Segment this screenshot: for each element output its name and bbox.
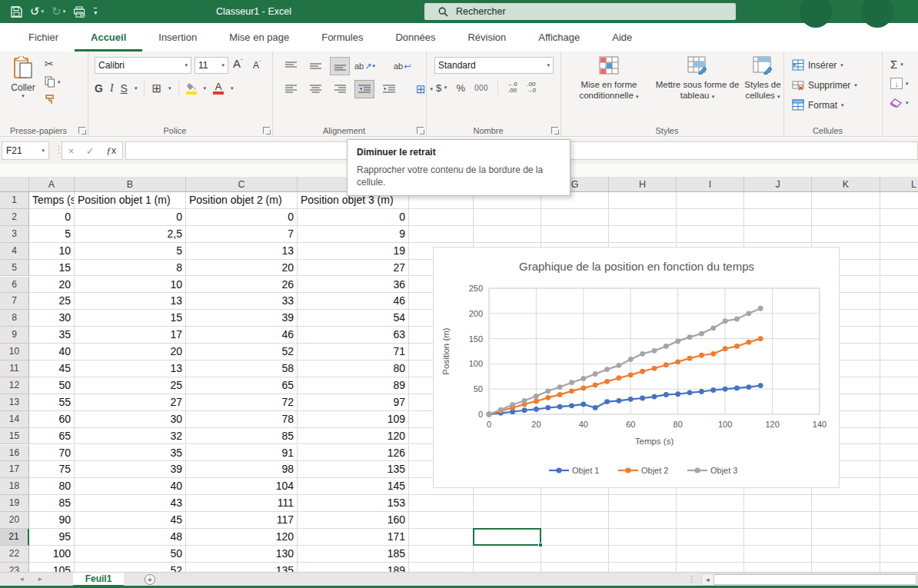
- cell-H21[interactable]: [609, 529, 677, 546]
- format-as-table-button[interactable]: Mettre sous forme de tableau ▾: [652, 56, 743, 102]
- cell-D18[interactable]: 145: [298, 478, 409, 495]
- cell-L14[interactable]: [880, 411, 918, 428]
- cell-A19[interactable]: 85: [29, 495, 75, 512]
- search-box[interactable]: Rechercher: [424, 3, 736, 20]
- cell-K20[interactable]: [812, 512, 880, 529]
- row-header-7[interactable]: 7: [0, 293, 29, 310]
- cell-H23[interactable]: [609, 563, 677, 572]
- cell-A12[interactable]: 50: [29, 377, 75, 394]
- column-header-J[interactable]: J: [744, 177, 812, 192]
- row-header-4[interactable]: 4: [0, 243, 29, 260]
- cell-C8[interactable]: 39: [186, 310, 298, 327]
- cell-L5[interactable]: [880, 260, 918, 277]
- cell-L8[interactable]: [880, 310, 918, 327]
- fill-color-button[interactable]: [186, 82, 197, 95]
- row-header-17[interactable]: 17: [0, 461, 29, 478]
- cell-J22[interactable]: [744, 546, 812, 563]
- conditional-formatting-button[interactable]: Mise en forme conditionnelle ▾: [566, 56, 652, 102]
- cell-L9[interactable]: [880, 327, 918, 344]
- percent-button[interactable]: %: [456, 82, 465, 94]
- cell-L4[interactable]: [880, 243, 918, 260]
- cell-K1[interactable]: [812, 192, 880, 209]
- cell-B13[interactable]: 27: [75, 394, 186, 411]
- cell-D20[interactable]: 160: [298, 512, 409, 529]
- cell-A13[interactable]: 55: [29, 394, 75, 411]
- tab-formules[interactable]: Formules: [305, 23, 379, 51]
- row-header-8[interactable]: 8: [0, 310, 29, 327]
- undo-button[interactable]: ↺▾: [30, 5, 44, 18]
- cell-G23[interactable]: [541, 563, 609, 572]
- column-header-K[interactable]: K: [812, 177, 880, 192]
- cell-D12[interactable]: 89: [298, 377, 409, 394]
- cell-A2[interactable]: 0: [29, 209, 75, 226]
- cell-L7[interactable]: [880, 293, 918, 310]
- row-header-3[interactable]: 3: [0, 226, 29, 243]
- bold-button[interactable]: G: [95, 82, 103, 95]
- cell-I3[interactable]: [677, 226, 744, 243]
- cell-D4[interactable]: 19: [298, 243, 409, 260]
- cell-E2[interactable]: [409, 209, 474, 226]
- scrollbar-grip[interactable]: ⋮: [687, 574, 696, 584]
- dialog-launcher-font[interactable]: [263, 127, 270, 134]
- cell-C9[interactable]: 46: [186, 327, 298, 344]
- paste-button[interactable]: Coller ▾: [6, 56, 40, 122]
- cell-D13[interactable]: 97: [298, 394, 409, 411]
- cell-L16[interactable]: [880, 445, 918, 462]
- cell-A23[interactable]: 105: [29, 563, 75, 572]
- thousands-separator-button[interactable]: 000: [474, 84, 488, 92]
- cell-D16[interactable]: 126: [298, 445, 409, 462]
- column-header-A[interactable]: A: [29, 177, 75, 192]
- cell-E20[interactable]: [409, 512, 474, 529]
- fill-handle[interactable]: [538, 543, 543, 547]
- cell-A11[interactable]: 45: [29, 360, 75, 377]
- cell-L10[interactable]: [880, 344, 918, 360]
- cut-button[interactable]: ✂: [45, 58, 61, 70]
- scrollbar-thumb[interactable]: [713, 574, 916, 585]
- cell-B18[interactable]: 40: [75, 478, 186, 495]
- sheet-next-button[interactable]: ▸: [38, 575, 42, 583]
- cell-D10[interactable]: 71: [298, 344, 409, 360]
- cell-G21[interactable]: [541, 529, 609, 546]
- cell-C1[interactable]: Position objet 2 (m): [186, 192, 298, 209]
- enter-button[interactable]: ✓: [86, 145, 95, 157]
- cell-F3[interactable]: [474, 226, 541, 243]
- cell-A4[interactable]: 10: [29, 243, 75, 260]
- cell-L3[interactable]: [880, 226, 918, 243]
- row-header-15[interactable]: 15: [0, 428, 29, 445]
- decrease-decimal-button[interactable]: .00→0: [527, 81, 536, 94]
- cell-B7[interactable]: 13: [75, 293, 186, 310]
- tab-mise-en-page[interactable]: Mise en page: [213, 23, 305, 51]
- cell-B2[interactable]: 0: [75, 209, 186, 226]
- row-header-16[interactable]: 16: [0, 445, 29, 462]
- sheet-tab-feuil1[interactable]: Feuil1: [73, 573, 124, 586]
- cell-K19[interactable]: [812, 495, 880, 512]
- cell-B6[interactable]: 10: [75, 277, 186, 294]
- clear-button[interactable]: ▾: [890, 98, 909, 108]
- cell-L21[interactable]: [880, 529, 918, 546]
- align-right-button[interactable]: [330, 80, 350, 98]
- increase-indent-button[interactable]: [379, 80, 399, 98]
- horizontal-scrollbar[interactable]: ◂: [701, 573, 918, 586]
- cell-B10[interactable]: 20: [75, 344, 186, 360]
- column-header-I[interactable]: I: [677, 177, 744, 192]
- cell-A14[interactable]: 60: [29, 411, 75, 428]
- cell-G22[interactable]: [541, 546, 609, 563]
- row-header-22[interactable]: 22: [0, 546, 29, 563]
- cell-B4[interactable]: 5: [75, 243, 186, 260]
- cell-D9[interactable]: 63: [298, 327, 409, 344]
- cell-C16[interactable]: 91: [186, 445, 298, 462]
- cell-G20[interactable]: [541, 512, 609, 529]
- cell-B14[interactable]: 30: [75, 411, 186, 428]
- cell-D17[interactable]: 135: [298, 461, 409, 478]
- cell-B5[interactable]: 8: [75, 260, 186, 277]
- column-header-H[interactable]: H: [609, 177, 677, 192]
- italic-button[interactable]: I: [110, 82, 114, 95]
- number-format-select[interactable]: Standard▾: [434, 57, 554, 74]
- row-header-9[interactable]: 9: [0, 327, 29, 344]
- cell-D14[interactable]: 109: [298, 411, 409, 428]
- increase-decimal-button[interactable]: ←0.00: [507, 81, 517, 94]
- cell-A7[interactable]: 25: [29, 293, 75, 310]
- row-header-18[interactable]: 18: [0, 478, 29, 495]
- cell-C12[interactable]: 65: [186, 377, 298, 394]
- cell-L23[interactable]: [880, 563, 918, 572]
